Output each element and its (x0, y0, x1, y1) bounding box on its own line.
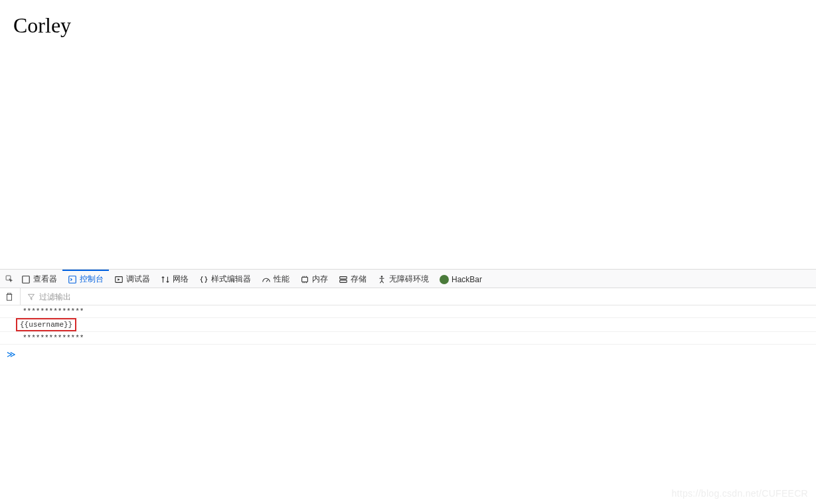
svg-rect-1 (23, 276, 30, 283)
tab-label: 内存 (312, 274, 328, 285)
performance-icon (262, 275, 271, 284)
svg-point-7 (381, 276, 383, 278)
log-line: {{username}} (0, 318, 816, 332)
svg-rect-4 (302, 277, 308, 282)
console-prompt[interactable]: ≫ (0, 345, 816, 364)
tab-performance[interactable]: 性能 (256, 270, 295, 288)
console-icon (68, 275, 77, 284)
svg-rect-5 (340, 276, 347, 279)
network-icon (161, 275, 170, 284)
tab-debugger[interactable]: 调试器 (109, 270, 155, 288)
tab-label: 存储 (351, 274, 367, 285)
log-highlighted: {{username}} (16, 318, 76, 331)
tab-label: 控制台 (80, 274, 104, 285)
storage-icon (339, 275, 348, 284)
page-content: Corley (0, 0, 816, 269)
tab-accessibility[interactable]: 无障碍环境 (372, 270, 434, 288)
filter-input[interactable] (39, 292, 812, 301)
console-output[interactable]: ************** {{username}} ************… (0, 305, 816, 504)
hackbar-icon (440, 275, 449, 284)
tab-label: 无障碍环境 (389, 274, 429, 285)
tab-memory[interactable]: 内存 (295, 270, 333, 288)
log-line: ************** (0, 332, 816, 345)
filter-wrap (20, 288, 812, 305)
styleeditor-icon (199, 275, 208, 284)
tab-label: 样式编辑器 (211, 274, 251, 285)
svg-rect-6 (340, 280, 347, 282)
tab-label: 查看器 (33, 274, 57, 285)
tab-label: HackBar (451, 275, 482, 284)
accessibility-icon (377, 275, 386, 284)
console-toolbar (0, 288, 816, 305)
svg-rect-2 (69, 276, 76, 283)
log-line: ************** (0, 305, 816, 318)
tab-network[interactable]: 网络 (155, 270, 194, 288)
tab-styleeditor[interactable]: 样式编辑器 (194, 270, 256, 288)
tab-console[interactable]: 控制台 (62, 270, 109, 288)
inspector-icon (21, 275, 31, 284)
element-picker-icon[interactable] (3, 272, 16, 286)
filter-icon[interactable] (26, 292, 37, 302)
tab-label: 性能 (274, 274, 289, 285)
page-title: Corley (13, 13, 803, 38)
tab-storage[interactable]: 存储 (333, 270, 372, 288)
devtools-tabs: 查看器 控制台 调试器 网络 样式编辑器 (0, 270, 816, 288)
trash-icon[interactable] (4, 292, 15, 302)
tab-hackbar[interactable]: HackBar (434, 270, 487, 288)
memory-icon (300, 275, 309, 284)
tab-inspector[interactable]: 查看器 (16, 270, 62, 288)
devtools-panel: 查看器 控制台 调试器 网络 样式编辑器 (0, 269, 816, 504)
debugger-icon (114, 275, 123, 284)
tab-label: 调试器 (126, 274, 150, 285)
tab-label: 网络 (173, 274, 189, 285)
